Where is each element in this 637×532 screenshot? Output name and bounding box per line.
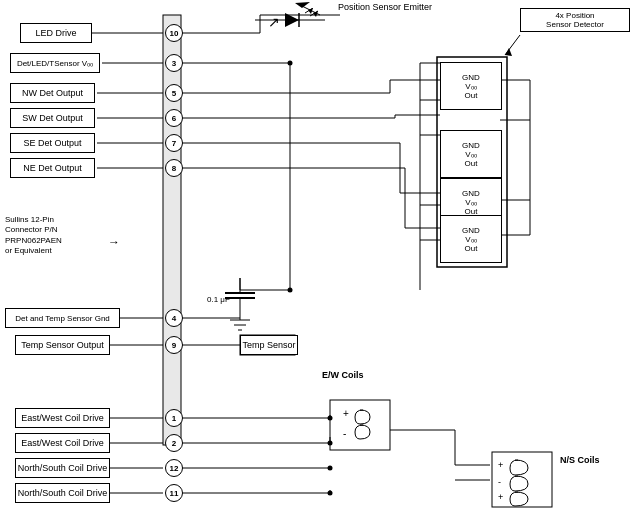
svg-point-72 xyxy=(328,466,333,471)
diode-symbol xyxy=(255,8,335,33)
detector-2: GND V₀₀ Out xyxy=(440,130,502,178)
det2-gnd: GND xyxy=(462,141,480,150)
svg-line-61 xyxy=(300,5,320,15)
svg-marker-90 xyxy=(313,11,318,17)
emitter-arrow: ↗ xyxy=(268,14,280,30)
svg-marker-62 xyxy=(295,2,310,8)
pin-4: 4 xyxy=(165,309,183,327)
pin-7: 7 xyxy=(165,134,183,152)
det3-gnd: GND xyxy=(462,189,480,198)
det2-out: Out xyxy=(465,159,478,168)
ne-det-label: NE Det Output xyxy=(10,158,95,178)
temp-sensor-out-label: Temp Sensor Output xyxy=(15,335,110,355)
svg-text:-: - xyxy=(343,428,346,439)
detector-4: GND V₀₀ Out xyxy=(440,215,502,263)
pin-6: 6 xyxy=(165,109,183,127)
det-temp-label: Det and Temp Sensor Gnd xyxy=(5,308,120,328)
pin-1: 1 xyxy=(165,409,183,427)
det4-gnd: GND xyxy=(462,226,480,235)
svg-text:+: + xyxy=(343,408,349,419)
svg-line-87 xyxy=(305,8,313,13)
pin-3: 3 xyxy=(165,54,183,72)
ew-coil-svg: + - xyxy=(325,395,395,455)
pin-11: 11 xyxy=(165,484,183,502)
svg-point-68 xyxy=(288,61,293,66)
ns-coil-drive1-label: North/South Coil Drive xyxy=(15,458,110,478)
ew-coil-drive1-label: East/West Coil Drive xyxy=(15,408,110,428)
pin-9: 9 xyxy=(165,336,183,354)
det1-vdd: V₀₀ xyxy=(465,82,476,91)
position-sensor-emitter-label: Position Sensor Emitter xyxy=(338,2,468,12)
svg-point-70 xyxy=(328,416,333,421)
se-det-label: SE Det Output xyxy=(10,133,95,153)
svg-line-74 xyxy=(505,35,520,55)
position-sensor-detector-label: 4x PositionSensor Detector xyxy=(520,8,630,32)
svg-marker-75 xyxy=(505,48,512,56)
circuit-diagram: LED Drive Det/LED/TSensor V₀₀ NW Det Out… xyxy=(0,0,637,532)
ns-coil-svg: + - + xyxy=(490,450,555,510)
det2-vdd: V₀₀ xyxy=(465,150,476,159)
det4-out: Out xyxy=(465,244,478,253)
svg-point-73 xyxy=(328,491,333,496)
ew-coil-drive2-label: East/West Coil Drive xyxy=(15,433,110,453)
svg-rect-79 xyxy=(492,452,552,507)
det4-vdd: V₀₀ xyxy=(465,235,476,244)
svg-marker-88 xyxy=(308,8,313,14)
pin-2: 2 xyxy=(165,434,183,452)
ns-coil-drive2-label: North/South Coil Drive xyxy=(15,483,110,503)
ns-coils-label: N/S Coils xyxy=(560,455,600,465)
detector-1: GND V₀₀ Out xyxy=(440,62,502,110)
nw-det-label: NW Det Output xyxy=(10,83,95,103)
ew-coils-label: E/W Coils xyxy=(322,370,364,380)
svg-rect-76 xyxy=(330,400,390,450)
svg-line-89 xyxy=(310,11,318,16)
sw-det-label: SW Det Output xyxy=(10,108,95,128)
temp-sensor-box: Temp Sensor xyxy=(240,335,298,355)
capacitor-label: 0.1 μF xyxy=(207,295,230,304)
det1-out: Out xyxy=(465,91,478,100)
pin-8: 8 xyxy=(165,159,183,177)
det1-gnd: GND xyxy=(462,73,480,82)
svg-text:+: + xyxy=(498,492,503,502)
svg-text:-: - xyxy=(498,477,501,487)
svg-point-69 xyxy=(288,288,293,293)
det-led-label: Det/LED/TSensor V₀₀ xyxy=(10,53,100,73)
pin-12: 12 xyxy=(165,459,183,477)
sullins-arrow: → xyxy=(108,235,120,249)
sullins-label: Sullins 12-PinConnector P/NPRPN062PAENor… xyxy=(5,215,105,257)
pin-5: 5 xyxy=(165,84,183,102)
pin-10: 10 xyxy=(165,24,183,42)
led-drive-label: LED Drive xyxy=(20,23,92,43)
det3-vdd: V₀₀ xyxy=(465,198,476,207)
svg-point-71 xyxy=(328,441,333,446)
svg-rect-0 xyxy=(163,15,181,445)
svg-text:+: + xyxy=(498,460,503,470)
svg-marker-85 xyxy=(285,13,299,27)
